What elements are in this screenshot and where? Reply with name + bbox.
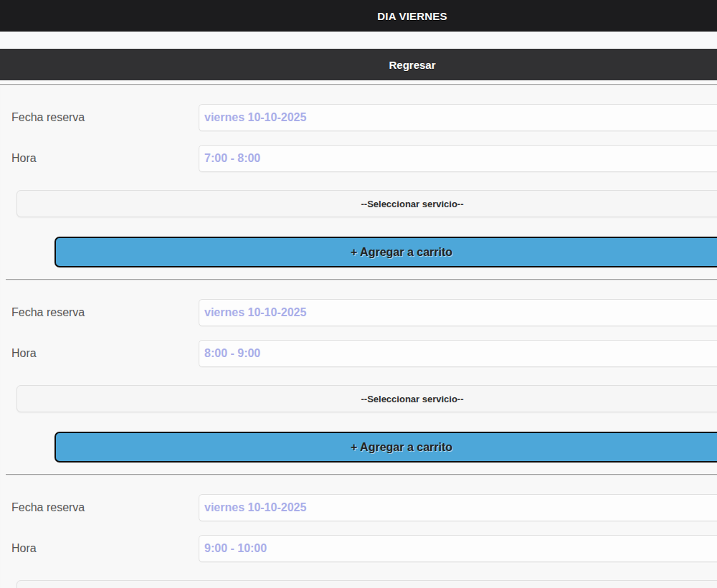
hora-label: Hora <box>0 152 199 165</box>
hora-label: Hora <box>0 347 199 360</box>
reservation-slot-2: Fecha reserva Hora --Seleccionar servici… <box>0 280 717 475</box>
service-select-label: --Seleccionar servicio-- <box>361 199 463 209</box>
service-select[interactable]: --Seleccionar servicio-- <box>16 580 717 588</box>
fecha-reserva-label: Fecha reserva <box>0 306 199 319</box>
fecha-reserva-label: Fecha reserva <box>0 111 199 124</box>
hora-input[interactable] <box>199 535 717 562</box>
app-header: DIA VIERNES <box>0 0 717 32</box>
booking-list: Fecha reserva Hora --Seleccionar servici… <box>0 84 717 588</box>
service-select[interactable]: --Seleccionar servicio-- <box>16 190 717 217</box>
service-select-label: --Seleccionar servicio-- <box>361 394 463 404</box>
fecha-reserva-row: Fecha reserva <box>0 299 717 326</box>
reservation-slot-1: Fecha reserva Hora --Seleccionar servici… <box>0 85 717 280</box>
reservation-slot-3: Fecha reserva Hora --Seleccionar servici… <box>0 475 717 588</box>
hora-row: Hora <box>0 340 717 367</box>
fecha-reserva-label: Fecha reserva <box>0 501 199 514</box>
add-to-cart-button[interactable]: + Agregar a carrito <box>54 432 717 463</box>
back-button[interactable]: Regresar <box>0 49 717 80</box>
hora-input[interactable] <box>199 340 717 367</box>
fecha-reserva-row: Fecha reserva <box>0 104 717 131</box>
hora-row: Hora <box>0 145 717 172</box>
page: DIA VIERNES Regresar Fecha reserva Hora … <box>0 0 717 588</box>
hora-label: Hora <box>0 542 199 555</box>
fecha-reserva-input[interactable] <box>199 299 717 326</box>
add-to-cart-button[interactable]: + Agregar a carrito <box>54 237 717 267</box>
fecha-reserva-row: Fecha reserva <box>0 494 717 521</box>
fecha-reserva-input[interactable] <box>199 104 717 131</box>
hora-row: Hora <box>0 535 717 562</box>
fecha-reserva-input[interactable] <box>199 494 717 521</box>
hora-input[interactable] <box>199 145 717 172</box>
page-title: DIA VIERNES <box>377 10 447 22</box>
header-spacer <box>0 32 717 49</box>
back-button-label: Regresar <box>389 59 435 71</box>
service-select[interactable]: --Seleccionar servicio-- <box>16 385 717 412</box>
